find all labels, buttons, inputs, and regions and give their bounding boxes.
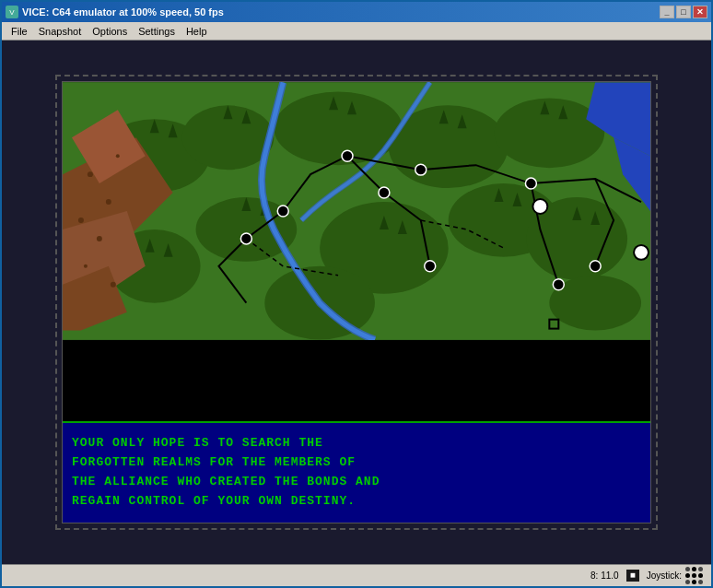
joy-dot-5 xyxy=(692,573,696,578)
game-text-line2: FORGOTTEN REALMS FOR THE MEMBERS OF xyxy=(72,453,641,473)
app-icon: V xyxy=(6,6,18,18)
game-text-line3: THE ALLIANCE WHO CREATED THE BONDS AND xyxy=(72,473,641,492)
title-buttons: _ □ ✕ xyxy=(660,6,707,18)
joy-dot-8 xyxy=(692,580,696,584)
main-content: YOUR ONLY HOPE IS TO SEARCH THE FORGOTTE… xyxy=(2,41,711,564)
menu-help[interactable]: Help xyxy=(181,24,213,39)
status-bar: 8: 11.0 ■ Joystick: xyxy=(2,564,711,586)
svg-point-5 xyxy=(495,98,605,168)
main-window: V VICE: C64 emulator at 100% speed, 50 f… xyxy=(0,0,713,588)
menu-snapshot[interactable]: Snapshot xyxy=(33,24,87,39)
svg-point-55 xyxy=(532,199,547,214)
svg-point-18 xyxy=(106,199,111,205)
svg-point-46 xyxy=(277,206,288,217)
joy-dot-6 xyxy=(698,573,703,578)
title-bar: V VICE: C64 emulator at 100% speed, 50 f… xyxy=(2,2,711,22)
maximize-button[interactable]: □ xyxy=(676,6,691,18)
svg-point-19 xyxy=(78,218,84,223)
game-text-area: YOUR ONLY HOPE IS TO SEARCH THE FORGOTTE… xyxy=(63,421,650,523)
svg-point-20 xyxy=(116,154,120,158)
svg-point-21 xyxy=(97,236,102,241)
svg-point-54 xyxy=(590,261,601,272)
menu-file[interactable]: File xyxy=(6,24,33,39)
svg-point-52 xyxy=(425,261,436,272)
game-screen[interactable]: YOUR ONLY HOPE IS TO SEARCH THE FORGOTTE… xyxy=(62,81,651,523)
svg-point-47 xyxy=(342,150,353,161)
joy-dot-3 xyxy=(698,567,703,571)
svg-point-56 xyxy=(634,245,649,260)
joy-dot-7 xyxy=(685,580,690,584)
menu-options[interactable]: Options xyxy=(87,24,133,39)
svg-point-50 xyxy=(240,233,251,244)
joystick-label: Joystick: xyxy=(647,570,682,581)
svg-point-23 xyxy=(111,282,116,288)
minimize-button[interactable]: _ xyxy=(660,6,674,18)
close-button[interactable]: ✕ xyxy=(693,6,707,18)
svg-point-48 xyxy=(415,164,427,175)
joystick-grid xyxy=(685,567,704,585)
version-text: 8: 11.0 xyxy=(590,570,619,581)
title-bar-left: V VICE: C64 emulator at 100% speed, 50 f… xyxy=(6,6,224,18)
window-title: VICE: C64 emulator at 100% speed, 50 fps xyxy=(22,6,224,18)
joystick-indicator: Joystick: xyxy=(647,567,704,585)
joy-dot-4 xyxy=(685,573,690,578)
svg-point-17 xyxy=(88,171,93,177)
game-text-line1: YOUR ONLY HOPE IS TO SEARCH THE xyxy=(72,434,641,453)
joy-dot-9 xyxy=(698,580,703,584)
joy-dot-1 xyxy=(685,567,690,571)
svg-point-22 xyxy=(84,265,88,268)
speed-indicator: ■ xyxy=(626,570,639,582)
menu-bar: File Snapshot Options Settings Help xyxy=(2,22,711,41)
joy-dot-2 xyxy=(692,567,696,571)
svg-point-53 xyxy=(553,279,564,290)
map-area xyxy=(63,82,650,340)
menu-settings[interactable]: Settings xyxy=(133,24,181,39)
svg-point-49 xyxy=(525,178,536,189)
svg-point-51 xyxy=(379,187,390,198)
game-text-line4: REGAIN CONTROL OF YOUR OWN DESTINY. xyxy=(72,492,641,512)
